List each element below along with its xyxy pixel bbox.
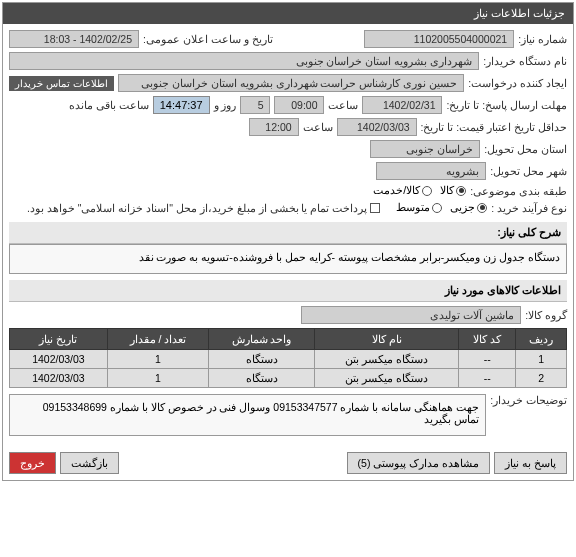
buyer-value: شهرداری بشرویه استان خراسان جنوبی <box>9 52 479 70</box>
day-label: روز و <box>214 99 237 111</box>
items-section-title: اطلاعات کالاهای مورد نیاز <box>9 280 567 302</box>
validity-label: حداقل تاریخ اعتبار قیمت: تا تاریخ: <box>421 121 567 133</box>
th-name: نام کالا <box>315 329 459 350</box>
buyer-label: نام دستگاه خریدار: <box>483 55 567 67</box>
cell: دستگاه <box>209 350 315 369</box>
countdown-timer: 14:47:37 <box>153 96 210 114</box>
exit-button[interactable]: خروج <box>9 452 56 474</box>
process-label: نوع فرآیند خرید : <box>491 202 567 214</box>
public-date-label: تاریخ و ساعت اعلان عمومی: <box>143 33 273 45</box>
radio-goods-icon <box>456 186 466 196</box>
radio-medium[interactable]: متوسط <box>396 201 442 214</box>
radio-goods[interactable]: کالا <box>440 184 466 197</box>
radio-small-icon <box>477 203 487 213</box>
table-row[interactable]: 2 -- دستگاه میکسر بتن دستگاه 1 1402/03/0… <box>10 369 567 388</box>
radio-goods-label: کالا <box>440 184 454 197</box>
radio-service-icon <box>422 186 432 196</box>
public-date-value: 1402/02/25 - 18:03 <box>9 30 139 48</box>
validity-date: 1402/03/03 <box>337 118 417 136</box>
radio-small[interactable]: جزیی <box>450 201 487 214</box>
cell: 1 <box>107 369 208 388</box>
notes-label: توضیحات خریدار: <box>490 394 567 406</box>
need-no-value: 1102005504000021 <box>364 30 514 48</box>
deadline-date: 1402/02/31 <box>362 96 442 114</box>
province-label: استان محل تحویل: <box>484 143 567 155</box>
cell: 1 <box>516 350 567 369</box>
group-label: گروه کالا: <box>525 309 567 321</box>
back-button[interactable]: بازگشت <box>60 452 119 474</box>
desc-text: دستگاه جدول زن ومیکسر-برابر مشخصات پیوست… <box>9 244 567 274</box>
th-unit: واحد شمارش <box>209 329 315 350</box>
cell: -- <box>459 369 516 388</box>
days-remain: 5 <box>240 96 270 114</box>
group-value: ماشین آلات تولیدی <box>301 306 521 324</box>
cell: دستگاه <box>209 369 315 388</box>
process-radio-group: جزیی متوسط <box>396 201 487 214</box>
cell: 1402/03/03 <box>10 369 108 388</box>
city-value: بشرویه <box>376 162 486 180</box>
creator-value: حسین نوری کارشناس حراست شهرداری بشرویه ا… <box>118 74 465 92</box>
checkbox-icon <box>370 203 380 213</box>
attachments-button[interactable]: مشاهده مدارک پیوستی (5) <box>347 452 491 474</box>
payment-note: پرداخت تمام یا بخشی از مبلغ خرید،از محل … <box>27 202 367 214</box>
deadline-label: مهلت ارسال پاسخ: تا تاریخ: <box>446 99 567 111</box>
province-value: خراسان جنوبی <box>370 140 480 158</box>
radio-small-label: جزیی <box>450 201 475 214</box>
contact-button[interactable]: اطلاعات تماس خریدار <box>9 76 114 91</box>
creator-label: ایجاد کننده درخواست: <box>468 77 567 89</box>
panel-title: جزئیات اطلاعات نیاز <box>3 3 573 24</box>
cell: 1 <box>107 350 208 369</box>
desc-section-title: شرح کلی نیاز: <box>9 222 567 244</box>
cell: -- <box>459 350 516 369</box>
th-code: کد کالا <box>459 329 516 350</box>
th-row: ردیف <box>516 329 567 350</box>
radio-service-label: کالا/خدمت <box>373 184 420 197</box>
cell: دستگاه میکسر بتن <box>315 350 459 369</box>
radio-medium-icon <box>432 203 442 213</box>
radio-medium-label: متوسط <box>396 201 430 214</box>
items-table: ردیف کد کالا نام کالا واحد شمارش تعداد /… <box>9 328 567 388</box>
city-label: شهر محل تحویل: <box>490 165 567 177</box>
respond-button[interactable]: پاسخ به نیاز <box>494 452 567 474</box>
payment-checkbox[interactable]: پرداخت تمام یا بخشی از مبلغ خرید،از محل … <box>27 202 380 214</box>
th-qty: تعداد / مقدار <box>107 329 208 350</box>
cell: 2 <box>516 369 567 388</box>
notes-text: جهت هماهنگی سامانه با شماره 09153347577 … <box>9 394 486 436</box>
table-row[interactable]: 1 -- دستگاه میکسر بتن دستگاه 1 1402/03/0… <box>10 350 567 369</box>
th-date: تاریخ نیاز <box>10 329 108 350</box>
deadline-time: 09:00 <box>274 96 324 114</box>
category-label: طبقه بندی موضوعی: <box>470 185 567 197</box>
validity-time: 12:00 <box>249 118 299 136</box>
time-label-1: ساعت <box>328 99 358 111</box>
remain-label: ساعت باقی مانده <box>69 99 149 111</box>
cell: دستگاه میکسر بتن <box>315 369 459 388</box>
category-radio-group: کالا کالا/خدمت <box>373 184 466 197</box>
need-no-label: شماره نیاز: <box>518 33 567 45</box>
cell: 1402/03/03 <box>10 350 108 369</box>
time-label-2: ساعت <box>303 121 333 133</box>
radio-service[interactable]: کالا/خدمت <box>373 184 432 197</box>
